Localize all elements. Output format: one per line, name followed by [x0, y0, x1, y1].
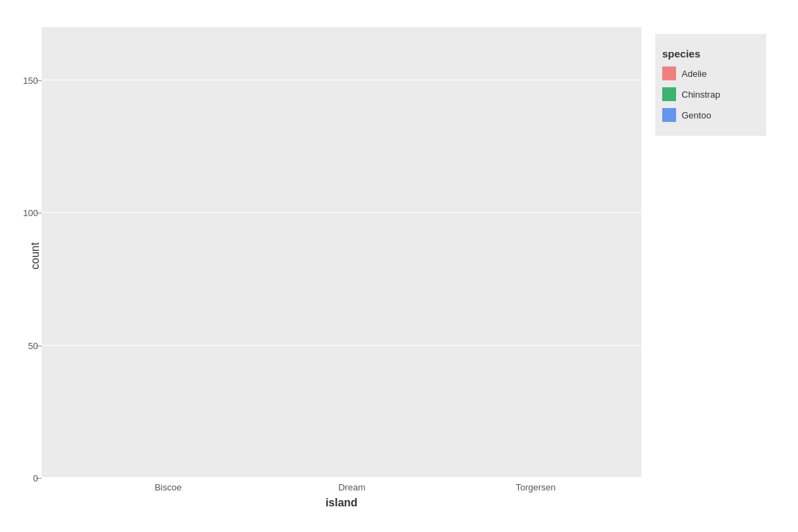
- y-tick-dash: [36, 80, 42, 81]
- x-tick-label: Dream: [291, 482, 412, 493]
- legend-swatch: [662, 66, 676, 80]
- y-tick-dash: [36, 213, 42, 213]
- legend-label: Adelie: [682, 69, 707, 79]
- bar-group: [472, 34, 601, 478]
- y-axis-label: count: [25, 27, 42, 484]
- y-tick-label: 150: [10, 76, 38, 86]
- legend-swatch: [662, 108, 676, 122]
- y-tick-label: 0: [10, 473, 38, 484]
- chart-container: count 050100150 BiscoeDreamTorgersen isl…: [18, 13, 780, 519]
- legend-item: Adelie: [662, 66, 759, 80]
- y-tick-dash: [36, 478, 42, 479]
- x-axis-label: island: [42, 494, 641, 512]
- legend-item: Gentoo: [662, 108, 759, 122]
- bar-group: [277, 34, 406, 478]
- legend-label: Gentoo: [682, 110, 711, 121]
- y-tick-dash: [36, 346, 42, 346]
- plot-inner: 050100150: [42, 27, 641, 478]
- legend-swatch: [662, 87, 676, 101]
- chart-area: count 050100150 BiscoeDreamTorgersen isl…: [25, 27, 773, 512]
- x-axis: BiscoeDreamTorgersen: [42, 478, 641, 494]
- plot-section: 050100150 BiscoeDreamTorgersen island: [42, 27, 641, 512]
- x-tick-label: Biscoe: [107, 482, 229, 493]
- legend: species AdelieChinstrapGentoo: [655, 34, 766, 136]
- bars-area: [42, 27, 641, 478]
- y-tick-label: 50: [10, 341, 38, 351]
- bar-group: [82, 34, 211, 478]
- grid-and-bars: 050100150: [42, 27, 641, 478]
- y-tick-label: 100: [10, 208, 38, 218]
- legend-item: Chinstrap: [662, 87, 759, 101]
- legend-label: Chinstrap: [682, 89, 720, 100]
- legend-title: species: [662, 48, 759, 60]
- plot-and-legend: 050100150 BiscoeDreamTorgersen island sp…: [42, 27, 773, 512]
- x-tick-label: Torgersen: [475, 482, 596, 493]
